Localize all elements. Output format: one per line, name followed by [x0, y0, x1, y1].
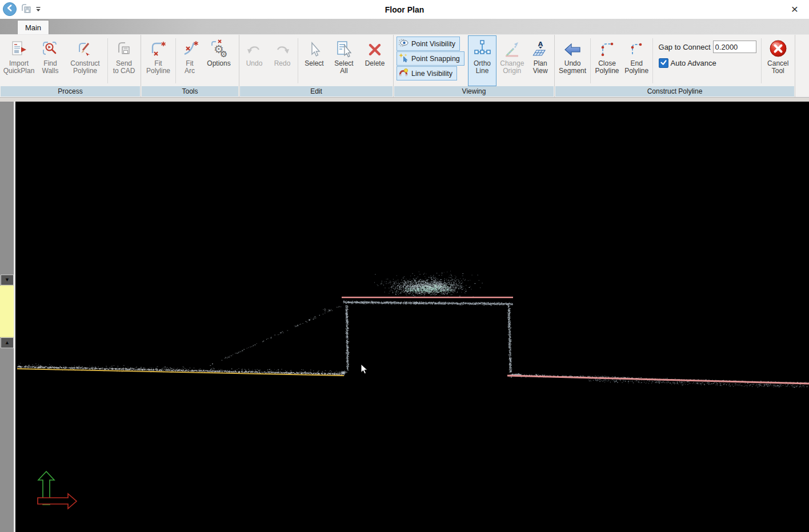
- group-caption-process: Process: [1, 86, 140, 96]
- fit-polyline-icon: [149, 39, 167, 58]
- ribbon-group-edit: Undo Redo: [239, 35, 394, 97]
- line-visibility-label: Line Visibility: [411, 70, 452, 78]
- fit-polyline-button[interactable]: Fit Polyline: [142, 35, 174, 86]
- group-caption-construct-polyline: Construct Polyline: [555, 86, 794, 96]
- plan-view-button[interactable]: A Plan View: [527, 35, 553, 86]
- gap-to-connect-input[interactable]: [713, 41, 756, 53]
- group-caption-edit: Edit: [240, 86, 393, 96]
- construct-polyline-button[interactable]: Construct Polyline: [64, 35, 106, 86]
- select-icon: [306, 39, 323, 58]
- options-label: Options: [207, 60, 230, 67]
- cancel-tool-button[interactable]: Cancel Tool: [763, 35, 794, 86]
- pointcloud-canvas[interactable]: [17, 102, 809, 532]
- redo-label: Redo: [274, 60, 291, 67]
- ribbon-divider: [0, 97, 809, 102]
- ribbon-group-tools: Fit Polyline Fit Arc: [141, 35, 239, 97]
- find-walls-button[interactable]: Find Walls: [37, 35, 64, 86]
- close-polyline-label: Close Polyline: [595, 60, 619, 75]
- change-origin-label: Change Origin: [500, 60, 524, 75]
- fit-arc-button[interactable]: Fit Arc: [177, 35, 202, 86]
- undo-segment-icon: [563, 39, 582, 58]
- point-snapping-toggle[interactable]: Point Snapping: [397, 51, 464, 66]
- select-all-button[interactable]: Select All: [329, 35, 359, 86]
- point-snapping-label: Point Snapping: [411, 55, 460, 63]
- delete-icon: [366, 39, 383, 58]
- options-button[interactable]: ⚙ ⚙ Options: [202, 35, 235, 86]
- end-polyline-label: End Polyline: [624, 60, 648, 75]
- close-polyline-icon: [598, 39, 616, 58]
- cancel-tool-icon: [768, 39, 788, 58]
- titlebar: Floor Plan ×: [0, 0, 809, 19]
- close-icon: ×: [791, 2, 798, 16]
- end-polyline-button[interactable]: End Polyline: [622, 35, 651, 86]
- options-icon: ⚙ ⚙: [209, 39, 229, 58]
- import-quickplan-icon: [10, 39, 28, 58]
- change-origin-icon: [503, 39, 521, 58]
- ribbon-tabstrip: Main: [0, 19, 809, 34]
- plan-view-icon: A: [531, 39, 550, 58]
- ribbon: Import QuickPlan Find Walls: [0, 34, 809, 97]
- viewing-toggles: Point Visibility Point Snapping: [395, 35, 466, 86]
- ortho-line-label: Ortho Line: [474, 60, 491, 75]
- elevation-up-button[interactable]: ▲: [1, 337, 14, 348]
- auto-advance-checkbox[interactable]: [659, 58, 668, 68]
- window-title: Floor Plan: [0, 0, 809, 19]
- elevation-range-scrollbar[interactable]: ▼ ▲: [0, 102, 15, 532]
- cancel-tool-label: Cancel Tool: [767, 60, 788, 75]
- construct-polyline-icon: [76, 39, 94, 58]
- construct-polyline-fields: Gap to Connect Auto Advance: [654, 35, 760, 86]
- point-visibility-toggle[interactable]: Point Visibility: [397, 37, 460, 51]
- point-cloud-viewport[interactable]: [17, 102, 809, 532]
- line-visibility-toggle[interactable]: Line Visibility: [397, 66, 457, 80]
- find-walls-label: Find Walls: [42, 60, 59, 75]
- undo-segment-label: Undo Segment: [559, 60, 586, 75]
- workspace: ▼ ▲: [0, 102, 809, 532]
- group-caption-viewing: Viewing: [394, 86, 554, 96]
- elevation-range-thumb[interactable]: [0, 285, 14, 337]
- close-button[interactable]: ×: [786, 1, 803, 17]
- ribbon-filler: [795, 35, 809, 97]
- floor-plan-window: Floor Plan × Main: [0, 0, 809, 532]
- fit-polyline-label: Fit Polyline: [146, 60, 170, 75]
- point-visibility-label: Point Visibility: [411, 40, 455, 48]
- undo-icon: [246, 39, 263, 58]
- redo-button[interactable]: Redo: [268, 35, 297, 86]
- svg-text:⚙: ⚙: [220, 49, 227, 58]
- line-visibility-icon: [399, 68, 408, 79]
- redo-icon: [274, 39, 291, 58]
- fit-arc-icon: [181, 39, 199, 58]
- undo-segment-button[interactable]: Undo Segment: [556, 35, 589, 86]
- send-to-cad-button[interactable]: Send to CAD: [109, 35, 139, 86]
- ribbon-group-process: Import QuickPlan Find Walls: [0, 35, 141, 97]
- auto-advance-label: Auto Advance: [671, 59, 716, 67]
- end-polyline-icon: [627, 39, 646, 58]
- delete-label: Delete: [365, 60, 385, 67]
- tab-main[interactable]: Main: [17, 20, 49, 34]
- point-snapping-icon: [399, 53, 408, 64]
- select-all-icon: [335, 39, 353, 58]
- group-caption-tools: Tools: [142, 86, 238, 96]
- fit-arc-label: Fit Arc: [185, 60, 195, 75]
- elevation-down-button[interactable]: ▼: [1, 275, 14, 285]
- send-to-cad-icon: [115, 39, 133, 58]
- triangle-up-icon: ▲: [5, 340, 10, 345]
- import-quickplan-label: Import QuickPlan: [3, 60, 35, 75]
- select-all-label: Select All: [334, 60, 353, 75]
- construct-polyline-label: Construct Polyline: [70, 60, 99, 75]
- import-quickplan-button[interactable]: Import QuickPlan: [1, 35, 37, 86]
- ortho-line-button[interactable]: Ortho Line: [468, 35, 496, 86]
- ortho-line-icon: [472, 39, 492, 58]
- change-origin-button[interactable]: Change Origin: [496, 35, 527, 86]
- undo-label: Undo: [246, 60, 263, 67]
- close-polyline-button[interactable]: Close Polyline: [592, 35, 622, 86]
- select-label: Select: [305, 60, 323, 67]
- delete-button[interactable]: Delete: [359, 35, 391, 86]
- ribbon-group-viewing: Point Visibility Point Snapping: [394, 35, 555, 97]
- undo-button[interactable]: Undo: [241, 35, 268, 86]
- triangle-down-icon: ▼: [5, 277, 10, 283]
- ribbon-group-construct-polyline: Undo Segment Close Polyline: [555, 35, 795, 97]
- point-visibility-icon: [399, 38, 408, 49]
- plan-view-label: Plan View: [533, 60, 548, 75]
- select-button[interactable]: Select: [299, 35, 329, 86]
- send-to-cad-label: Send to CAD: [113, 60, 135, 75]
